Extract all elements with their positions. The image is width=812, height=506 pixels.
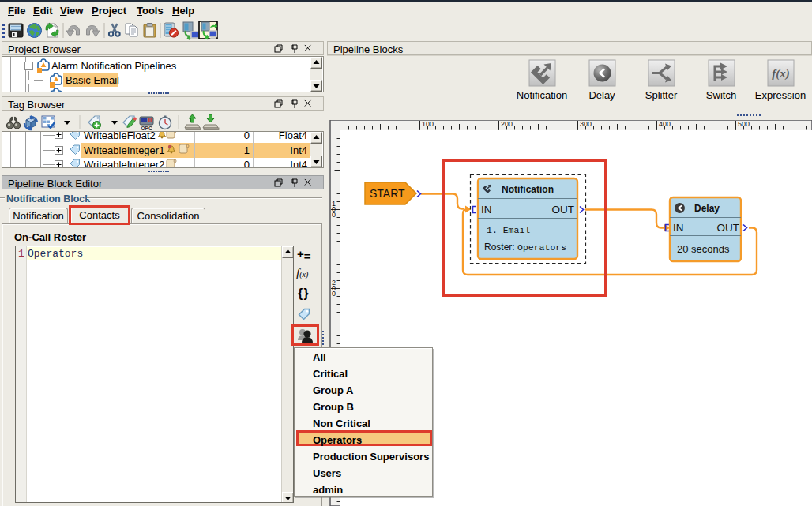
svg-text:OUT: OUT — [717, 222, 740, 234]
svg-text:0: 0 — [332, 211, 336, 219]
svg-text:0: 0 — [244, 159, 250, 167]
svg-text:WriteableInteger1: WriteableInteger1 — [84, 144, 164, 156]
svg-text:Basic Email: Basic Email — [66, 74, 119, 86]
svg-text:IN: IN — [481, 204, 492, 216]
svg-text:IN: IN — [673, 222, 684, 234]
svg-text:Float4: Float4 — [279, 132, 307, 141]
svg-text:OPC: OPC — [141, 126, 152, 131]
svg-text:Int4: Int4 — [290, 144, 307, 156]
svg-text:Notification: Notification — [502, 184, 554, 195]
svg-text:Switch: Switch — [706, 89, 736, 101]
svg-text:Expression: Expression — [755, 89, 806, 101]
svg-text:20 seconds: 20 seconds — [677, 243, 730, 255]
svg-text:500: 500 — [738, 120, 750, 128]
svg-text:Roster: Operators: Roster: Operators — [484, 242, 566, 253]
svg-text:WriteableFloat2: WriteableFloat2 — [84, 132, 156, 141]
svg-text:100: 100 — [422, 120, 434, 128]
svg-text:Delay: Delay — [694, 203, 720, 214]
svg-text:Notification: Notification — [517, 89, 567, 101]
svg-text:Alarm Notification Pipelines: Alarm Notification Pipelines — [51, 60, 177, 72]
svg-text:300: 300 — [580, 120, 592, 128]
svg-text:OUT: OUT — [552, 204, 575, 216]
svg-text:f(x): f(x) — [772, 67, 790, 81]
svg-text:400: 400 — [659, 120, 671, 128]
svg-text:START: START — [370, 187, 405, 200]
svg-text:WriteableInteger2: WriteableInteger2 — [84, 159, 164, 167]
svg-text:1: 1 — [244, 144, 250, 156]
svg-text:0: 0 — [332, 290, 336, 298]
svg-text:200: 200 — [501, 120, 513, 128]
svg-text:0: 0 — [244, 132, 250, 141]
svg-text:1. Email: 1. Email — [487, 225, 530, 235]
svg-text:Splitter: Splitter — [645, 89, 678, 101]
svg-text:Int4: Int4 — [290, 159, 307, 167]
svg-text:Delay: Delay — [588, 89, 615, 101]
